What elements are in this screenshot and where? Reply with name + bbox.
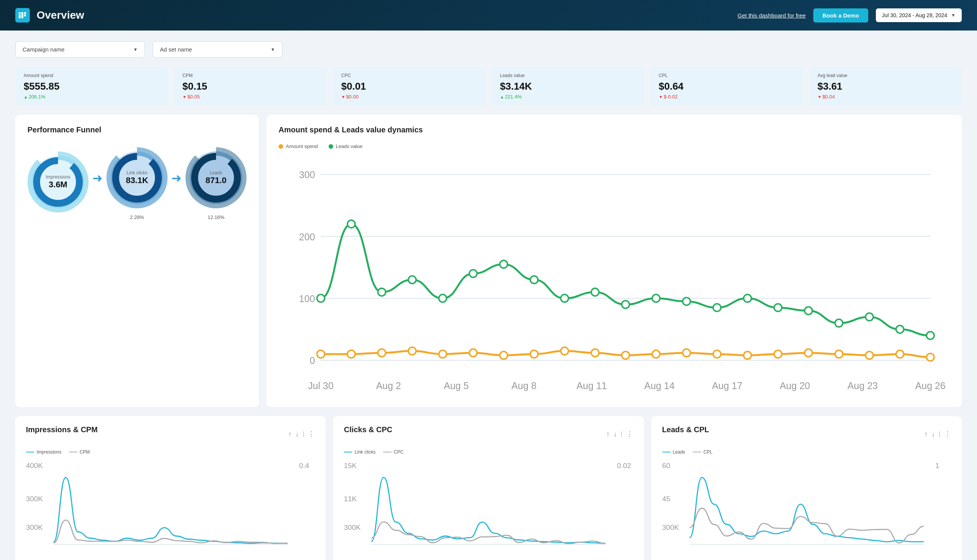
svg-rect-4 — [24, 15, 26, 17]
svg-point-46 — [744, 295, 752, 302]
svg-point-48 — [805, 307, 812, 314]
svg-text:Aug 8: Aug 8 — [511, 380, 536, 391]
svg-point-72 — [896, 350, 904, 358]
chevron-down-icon: ▼ — [133, 47, 138, 52]
spend-leads-title: Amount spend & Leads value dynamics — [279, 125, 950, 134]
svg-point-69 — [805, 349, 812, 357]
funnel-metric: Impressions 3.6M — [27, 152, 89, 216]
down-arrow-icon: ▼ — [817, 95, 822, 99]
sort-down-button[interactable]: ↓ — [932, 430, 935, 438]
down-arrow-icon: ▼ — [182, 95, 187, 99]
sort-up-button[interactable]: ↑ — [924, 430, 928, 438]
kpi-card: Amount spend $555.85 ▲206.1% — [15, 67, 168, 106]
divider: | — [939, 431, 940, 438]
svg-point-73 — [927, 353, 934, 361]
svg-text:400K: 400K — [26, 461, 43, 469]
svg-point-68 — [774, 350, 782, 358]
bottom-legend-item: CPM — [69, 449, 90, 455]
more-button[interactable]: ⋮ — [944, 430, 951, 438]
svg-text:Aug 2: Aug 2 — [376, 380, 401, 391]
kpi-value: $555.85 — [23, 80, 160, 92]
chevron-down-icon: ▼ — [271, 47, 275, 52]
kpi-label: CPC — [341, 73, 477, 78]
kpi-value: $0.15 — [182, 80, 318, 92]
kpi-change: ▼$0.05 — [182, 94, 318, 100]
legend-line-icon — [344, 452, 352, 452]
filters-row: Campaign name ▼ Ad set name ▼ — [15, 41, 962, 58]
funnel-ring-label: Link clicks — [127, 170, 148, 175]
svg-point-39 — [531, 276, 538, 283]
spend-leads-chart: Amount spend & Leads value dynamics Amou… — [266, 115, 962, 407]
logo-icon — [15, 8, 30, 23]
funnel-metric: Leads 871.0 12.16% — [185, 147, 247, 220]
bottom-legend-item: Link clicks — [344, 449, 376, 455]
sort-up-button[interactable]: ↑ — [288, 430, 292, 438]
svg-point-53 — [317, 350, 324, 358]
svg-point-57 — [439, 350, 446, 358]
campaign-filter[interactable]: Campaign name ▼ — [15, 41, 145, 58]
svg-text:200: 200 — [299, 232, 315, 242]
kpi-change: ▼$0.00 — [341, 94, 477, 100]
svg-point-64 — [652, 350, 660, 358]
legend-item: Leads value — [329, 143, 362, 149]
svg-point-47 — [774, 303, 782, 311]
kpi-card: CPL $0.64 ▼$-0.02 — [650, 67, 803, 106]
svg-point-34 — [378, 288, 386, 296]
up-arrow-icon: ▲ — [23, 95, 28, 99]
book-demo-button[interactable]: Book a Demo — [813, 8, 868, 23]
more-button[interactable]: ⋮ — [308, 430, 315, 438]
funnel-metric: Link clicks 83.1K 2.28% — [107, 147, 167, 220]
legend-dot-icon — [279, 144, 283, 149]
svg-point-65 — [683, 349, 690, 357]
funnel-ring-value: 3.6M — [49, 180, 68, 190]
kpi-change: ▼$-0.02 — [659, 94, 795, 100]
header-left: Overview — [15, 8, 84, 23]
date-range-picker[interactable]: Jul 30, 2024 - Aug 28, 2024 ▼ — [876, 8, 962, 22]
svg-point-40 — [561, 295, 568, 302]
svg-point-54 — [347, 350, 355, 358]
funnel-ring-value: 83.1K — [126, 175, 149, 185]
header-right: Get this dashboard for free Book a Demo … — [738, 8, 962, 23]
legend-label: Leads value — [336, 143, 362, 149]
bottom-chart-title: Impressions & CPM — [26, 425, 98, 434]
kpi-change: ▼$0.04 — [817, 94, 954, 100]
sort-down-button[interactable]: ↓ — [614, 430, 617, 438]
kpi-value: $0.64 — [659, 80, 795, 92]
sort-down-button[interactable]: ↓ — [296, 430, 299, 438]
kpi-row: Amount spend $555.85 ▲206.1% CPM $0.15 ▼… — [15, 67, 962, 106]
adset-filter[interactable]: Ad set name ▼ — [153, 41, 282, 58]
svg-text:45: 45 — [662, 494, 670, 502]
kpi-label: CPL — [659, 73, 795, 78]
svg-text:300: 300 — [299, 169, 315, 180]
svg-text:60: 60 — [662, 461, 670, 469]
svg-text:15K: 15K — [344, 461, 357, 469]
legend-line-icon — [693, 452, 701, 452]
bottom-chart: Impressions & CPM ↑ ↓ | ⋮ Impressions CP… — [15, 416, 326, 560]
kpi-label: Leads value — [500, 73, 636, 78]
divider: | — [302, 431, 304, 438]
svg-text:0.02: 0.02 — [617, 461, 631, 469]
svg-text:Aug 14: Aug 14 — [644, 380, 675, 391]
funnel-arrow-icon: ➜ — [92, 171, 103, 185]
sort-up-button[interactable]: ↑ — [606, 430, 610, 438]
bottom-legend-item: CPL — [693, 449, 712, 455]
svg-text:300K: 300K — [26, 523, 43, 532]
up-arrow-icon: ▲ — [500, 95, 504, 99]
campaign-filter-label: Campaign name — [23, 46, 65, 53]
legend-item: Amount spend — [279, 143, 318, 149]
svg-point-36 — [439, 295, 446, 302]
bottom-legend-item: Impressions — [26, 449, 62, 455]
svg-point-50 — [865, 313, 873, 321]
svg-text:300K: 300K — [344, 523, 361, 532]
bottom-legend: Leads CPL — [662, 449, 951, 455]
get-dashboard-link[interactable]: Get this dashboard for free — [738, 12, 806, 19]
more-button[interactable]: ⋮ — [626, 430, 633, 438]
svg-text:300K: 300K — [26, 494, 43, 502]
divider: | — [621, 431, 623, 438]
down-arrow-icon: ▼ — [659, 95, 663, 99]
bottom-chart-actions: ↑ ↓ | ⋮ — [606, 430, 633, 438]
svg-text:100: 100 — [299, 293, 315, 304]
svg-point-33 — [347, 220, 355, 228]
bottom-chart-svg: 15K 11K 300K 0.02 — [344, 458, 633, 559]
svg-point-55 — [378, 349, 386, 357]
